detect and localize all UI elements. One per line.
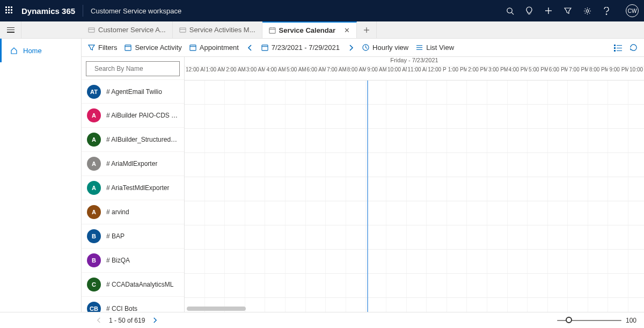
horizontal-scroll-thumb[interactable] <box>187 307 246 311</box>
svg-rect-9 <box>180 28 186 32</box>
resource-row[interactable]: A# arvind <box>82 200 184 224</box>
hour-label: 4:00 AM <box>265 67 286 80</box>
timeline-row[interactable] <box>185 201 644 225</box>
tab-service-activities[interactable]: Service Activities M... <box>173 21 262 38</box>
resource-name: # arvind <box>106 208 129 216</box>
lightbulb-icon[interactable] <box>525 6 533 15</box>
hour-label: 12:00 P <box>427 67 447 80</box>
resource-row[interactable]: B# BAP <box>82 224 184 249</box>
user-avatar-initials: CW <box>628 8 637 14</box>
slider-thumb[interactable] <box>566 317 572 323</box>
show-legend-button[interactable] <box>614 44 622 52</box>
avatar: B <box>87 253 101 267</box>
hour-label: 6:00 AM <box>306 67 326 80</box>
new-tab-button[interactable] <box>357 21 377 38</box>
resource-name: # BizQA <box>106 257 130 264</box>
clock-icon <box>362 44 369 51</box>
day-header: Friday - 7/23/2021 <box>185 57 644 67</box>
hour-label: 2:00 PM <box>467 67 487 80</box>
resource-name: # CCADataAnalyticsML <box>106 281 173 288</box>
hour-label: 11:00 AM <box>407 67 427 80</box>
timeline-row[interactable] <box>185 225 644 250</box>
svg-point-6 <box>606 13 606 14</box>
home-icon <box>10 47 18 54</box>
hour-label: 5:00 AM <box>286 67 306 80</box>
timeline-row[interactable] <box>185 153 644 177</box>
hour-label: 12:00 AM <box>185 67 205 80</box>
filter-icon[interactable] <box>564 6 572 15</box>
legend-icon <box>614 44 622 52</box>
settings-gear-icon[interactable] <box>583 6 591 15</box>
date-next-button[interactable] <box>347 45 355 51</box>
hour-label: 9:00 PM <box>608 67 628 80</box>
help-icon[interactable] <box>602 6 611 15</box>
svg-rect-7 <box>89 28 94 32</box>
refresh-icon <box>630 43 638 52</box>
entity-icon <box>88 26 95 33</box>
sitemap-toggle[interactable] <box>0 21 21 38</box>
search-icon[interactable] <box>506 6 514 15</box>
hour-label: 4:00 PM <box>508 67 528 80</box>
timeline-row[interactable] <box>185 81 644 105</box>
entity-icon <box>179 26 186 33</box>
timeline-row[interactable] <box>185 250 644 274</box>
resource-row[interactable]: A# AriaTestMdlExporter <box>82 176 184 200</box>
avatar: A <box>87 205 101 219</box>
hourly-view-button[interactable]: Hourly view <box>362 43 408 52</box>
avatar: A <box>87 181 101 195</box>
timeline-row[interactable] <box>185 274 644 298</box>
svg-rect-19 <box>190 45 196 50</box>
resource-name: # AriaMdlExporter <box>106 160 157 167</box>
brand-title: Dynamics 365 <box>21 6 75 16</box>
timeline-row[interactable] <box>185 298 644 312</box>
app-launcher-icon[interactable] <box>5 6 14 15</box>
filters-button[interactable]: Filters <box>88 43 117 52</box>
resource-search-input[interactable] <box>86 61 180 76</box>
resource-row[interactable]: CB# CCI Bots <box>82 297 184 312</box>
resource-row[interactable]: A# AriaMdlExporter <box>82 152 184 176</box>
hour-label: 9:00 AM <box>366 67 386 80</box>
service-activity-button[interactable]: Service Activity <box>125 43 181 52</box>
timeline-row[interactable] <box>185 105 644 129</box>
hour-label: 3:00 AM <box>245 67 266 80</box>
user-avatar[interactable]: CW <box>626 4 639 17</box>
tab-service-calendar[interactable]: Service Calendar ✕ <box>262 21 357 38</box>
date-prev-button[interactable] <box>246 45 254 51</box>
pager-prev-button[interactable] <box>94 317 104 323</box>
calendar-icon <box>261 44 268 51</box>
list-view-button[interactable]: List View <box>416 43 454 52</box>
tab-customer-service[interactable]: Customer Service A... <box>82 21 173 38</box>
resource-row[interactable]: A# AiBuilder PAIO-CDS Tip NonP <box>82 104 184 128</box>
pager-text: 1 - 50 of 619 <box>109 317 145 324</box>
hour-label: 8:00 PM <box>588 67 609 80</box>
nav-home-label: Home <box>23 47 42 55</box>
resource-row[interactable]: A# AIBuilder_StructuredML_PrePr <box>82 128 184 152</box>
timeline-row[interactable] <box>185 129 644 153</box>
appointment-button[interactable]: Appointment <box>189 43 239 52</box>
resource-row[interactable]: B# BizQA <box>82 249 184 273</box>
close-tab-icon[interactable]: ✕ <box>344 26 350 34</box>
add-icon[interactable] <box>544 6 553 15</box>
hour-label: 1:00 PM <box>447 67 467 80</box>
resource-search-field[interactable] <box>94 65 175 72</box>
hamburger-icon <box>7 27 14 33</box>
svg-rect-11 <box>269 28 275 33</box>
nav-home[interactable]: Home <box>0 39 81 62</box>
refresh-button[interactable] <box>630 43 638 52</box>
timeline-row[interactable] <box>185 177 644 201</box>
resource-name: # AIBuilder_StructuredML_PrePr <box>106 136 179 143</box>
resource-name: # AgentEmail Twilio <box>106 88 162 96</box>
search-icon <box>91 65 91 72</box>
resource-row[interactable]: AT# AgentEmail Twilio <box>82 79 184 104</box>
avatar: AT <box>87 85 101 99</box>
tab-label: Service Calendar <box>279 26 336 34</box>
svg-rect-21 <box>262 45 268 50</box>
zoom-slider[interactable]: 100 <box>557 317 636 324</box>
pager-next-button[interactable] <box>150 317 159 323</box>
calendar-icon <box>189 44 196 51</box>
resource-row[interactable]: C# CCADataAnalyticsML <box>82 273 184 297</box>
calendar-icon <box>125 44 131 51</box>
divider <box>83 5 83 17</box>
resource-name: # BAP <box>106 232 125 240</box>
date-range-selector[interactable]: 7/23/2021 - 7/29/2021 <box>261 43 340 52</box>
